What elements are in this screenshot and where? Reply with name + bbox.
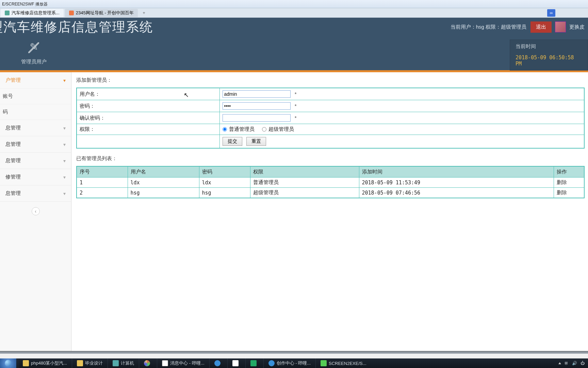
- taskbar-label: 创作中心 - 哔哩...: [277, 360, 311, 366]
- radio-label: 超级管理员: [268, 126, 294, 133]
- permission-label: 权限：: [77, 124, 219, 135]
- radio-normal-admin[interactable]: 普通管理员: [223, 126, 255, 133]
- sidebar-item-info-mgmt-2[interactable]: 息管理 ▾: [0, 136, 71, 153]
- sidebar-item-info-mgmt-1[interactable]: 息管理 ▾: [0, 120, 71, 136]
- clock-panel: 当前时间 2018-05-09 06:50:58 PM: [510, 40, 588, 71]
- tray-icon[interactable]: ⛨: [565, 361, 569, 366]
- col-index: 序号: [77, 166, 128, 178]
- toolbar-item-label: 管理员用户: [21, 59, 47, 65]
- permission-cell: 普通管理员 超级管理员: [219, 124, 584, 135]
- reset-button[interactable]: 重置: [246, 137, 266, 146]
- taskbar-label: SCREEN2EXE/S...: [329, 361, 366, 366]
- delete-link[interactable]: 删除: [557, 179, 567, 185]
- col-password: 密码: [199, 166, 250, 178]
- cell-idx: 1: [77, 178, 128, 188]
- sidebar-item-info-mgmt-4[interactable]: 息管理 ▾: [0, 185, 71, 202]
- sidebar-sub-account[interactable]: 账号: [0, 89, 71, 104]
- system-tray[interactable]: ⛨ 🔊 ⏻: [558, 361, 588, 366]
- collapse-sidebar-button[interactable]: ‹: [32, 207, 40, 215]
- taskbar-label: php480某小型汽...: [31, 360, 67, 366]
- cell-user: hsg: [128, 188, 199, 198]
- taskbar-item[interactable]: [139, 358, 157, 368]
- taskbar-item[interactable]: [209, 358, 227, 368]
- tab-favicon-icon: [5, 11, 10, 15]
- cell-perm: 普通管理员: [250, 178, 359, 188]
- taskbar-item[interactable]: 创作中心 - 哔哩...: [263, 358, 315, 368]
- chevron-down-icon: ▾: [63, 191, 66, 196]
- avatar-area: 更换皮: [555, 21, 585, 32]
- tray-expand-icon[interactable]: [558, 362, 561, 364]
- cell-user: ldx: [128, 178, 199, 188]
- logout-button[interactable]: 退出: [530, 21, 552, 33]
- sidebar-item-repair-mgmt[interactable]: 修管理 ▾: [0, 169, 71, 185]
- sidebar-item-label: 息管理: [5, 125, 21, 131]
- clock-label: 当前时间: [516, 43, 579, 50]
- cell-perm: 超级管理员: [250, 188, 359, 198]
- form-row-permission: 权限： 普通管理员 超级管理员: [77, 124, 584, 135]
- admin-list-table: 序号 用户名 密码 权限 添加时间 操作 1 ldx ldx 普通管理员 201…: [76, 166, 585, 198]
- username-input[interactable]: [223, 90, 291, 98]
- col-action: 操作: [554, 166, 584, 178]
- chevron-down-icon: ▾: [63, 78, 66, 83]
- avatar-icon[interactable]: [555, 21, 566, 32]
- submit-button[interactable]: 提交: [223, 137, 242, 146]
- delete-link[interactable]: 删除: [557, 189, 567, 196]
- recorder-icon: [321, 360, 327, 366]
- col-permission: 权限: [250, 166, 359, 178]
- tray-icon[interactable]: 🔊: [572, 361, 577, 366]
- sidebar-sub-password[interactable]: 码: [0, 104, 71, 120]
- tab-label: 汽车维修店信息管理系...: [12, 10, 60, 16]
- sidebar-item-info-mgmt-3[interactable]: 息管理 ▾: [0, 153, 71, 169]
- browser-icon: [268, 360, 275, 366]
- window-title-text: E/SCREEN2SWF 播放器: [2, 2, 48, 6]
- password-input[interactable]: [223, 102, 291, 110]
- start-button[interactable]: [0, 358, 16, 368]
- taskbar-item[interactable]: [245, 358, 263, 368]
- radio-label: 普通管理员: [229, 126, 255, 133]
- sidebar-item-user-mgmt[interactable]: 户管理 ▾: [0, 72, 71, 89]
- sidebar-item-label: 息管理: [5, 190, 21, 197]
- new-tab-button[interactable]: +: [139, 10, 149, 15]
- empty-cell: [77, 135, 219, 149]
- taskbar-label: 消息中心 - 哔哩...: [170, 360, 204, 366]
- pencil-icon: [28, 42, 39, 53]
- confirm-password-input[interactable]: [223, 114, 291, 122]
- taskbar-item[interactable]: SCREEN2EXE/S...: [315, 358, 371, 368]
- browser-tab-secondary[interactable]: 2345网址导航 - 开创中国百年: [65, 9, 138, 17]
- radio-normal-input[interactable]: [223, 127, 227, 132]
- taskbar-item[interactable]: 计算机: [108, 358, 139, 368]
- browser-tab-current[interactable]: 汽车维修店信息管理系...: [1, 9, 64, 17]
- radio-super-admin[interactable]: 超级管理员: [262, 126, 294, 133]
- current-user-info: 当前用户：hsg 权限：超级管理员: [451, 24, 526, 30]
- required-mark: *: [295, 115, 297, 121]
- taskbar-item[interactable]: 毕业设计: [72, 358, 108, 368]
- password-cell: *: [219, 100, 584, 112]
- cell-idx: 2: [77, 188, 128, 198]
- action-cell: 提交 重置: [219, 135, 584, 149]
- form-heading: 添加新管理员：: [76, 77, 585, 83]
- toolbar-item-admin-user[interactable]: 管理员用户: [14, 39, 54, 70]
- radio-super-input[interactable]: [262, 127, 266, 132]
- table-header-row: 序号 用户名 密码 权限 添加时间 操作: [77, 166, 584, 178]
- form-row-username: 用户名： *: [77, 88, 584, 100]
- sidebar-item-label: 账号: [3, 93, 13, 99]
- switch-skin-link[interactable]: 更换皮: [569, 24, 585, 30]
- extension-area: ∞: [547, 8, 588, 18]
- tray-icon[interactable]: ⏻: [581, 361, 585, 366]
- sidebar-collapse-wrap: ‹: [0, 207, 71, 215]
- taskbar-item[interactable]: php480某小型汽...: [18, 358, 72, 368]
- extension-baidu-icon[interactable]: ∞: [547, 9, 555, 17]
- sidebar-item-label: 息管理: [5, 157, 21, 164]
- cell-time: 2018-05-09 07:46:56: [359, 188, 554, 198]
- username-label: 用户名：: [77, 88, 219, 100]
- sidebar: 户管理 ▾ 账号 码 息管理 ▾ 息管理 ▾ 息管理 ▾ 修管理 ▾ 息管理 ▾: [0, 72, 71, 351]
- os-taskbar: php480某小型汽... 毕业设计 计算机 消息中心 - 哔哩... 创作中心…: [0, 358, 588, 368]
- required-mark: *: [295, 91, 297, 97]
- add-admin-form: 用户名： * 密码： * 确认密码： *: [76, 88, 585, 149]
- folder-icon: [77, 360, 83, 366]
- confirm-label: 确认密码：: [77, 112, 219, 124]
- table-row: 1 ldx ldx 普通管理员 2018-05-09 11:53:49 删除: [77, 178, 584, 188]
- clock-value: 2018-05-09 06:50:58 PM: [516, 55, 579, 67]
- taskbar-item[interactable]: [227, 358, 245, 368]
- taskbar-item[interactable]: 消息中心 - 哔哩...: [157, 358, 209, 368]
